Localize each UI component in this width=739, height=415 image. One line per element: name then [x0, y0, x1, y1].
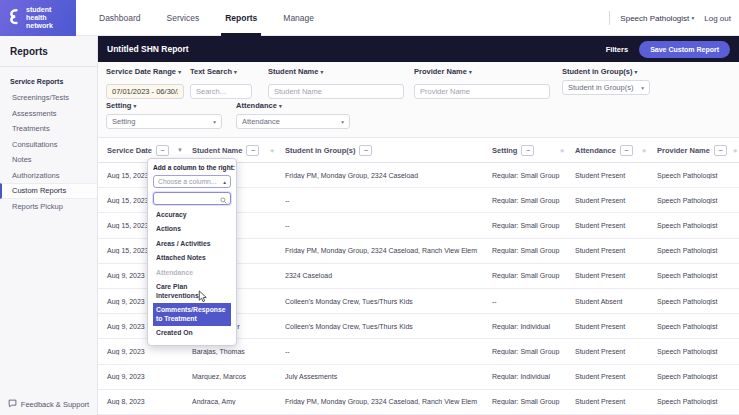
filter-label: Student Name ▾: [268, 67, 404, 76]
chevron-down-icon: ▾: [178, 69, 181, 75]
column-search-input[interactable]: [153, 192, 231, 205]
shn-logo[interactable]: student health network: [0, 0, 76, 36]
provider-name-input[interactable]: [414, 84, 550, 99]
column-option[interactable]: Actions: [153, 222, 231, 236]
cell-attendance: Student Present: [566, 247, 648, 254]
add-column-title: Add a column to the right:: [153, 164, 231, 171]
cell-student-in-groups: 2324 Caseload: [276, 272, 483, 279]
attendance-select[interactable]: Attendance▾: [236, 114, 350, 129]
cell-student-in-groups: July Assesments: [276, 373, 483, 380]
cell-attendance: Student Present: [566, 172, 648, 179]
sort-icon[interactable]: ◆: [642, 147, 646, 153]
sort-icon[interactable]: ◆: [733, 147, 737, 153]
sidebar-section-label: Service Reports: [0, 67, 97, 90]
save-custom-report-button[interactable]: Save Custom Report: [639, 41, 730, 58]
column-filter-icon[interactable]: −: [521, 145, 534, 156]
add-column-dropdown: Add a column to the right: Choose a colu…: [147, 158, 237, 346]
column-filter-icon[interactable]: −: [714, 145, 727, 156]
filter-label: Text Search ▾: [190, 67, 252, 76]
cell-provider-name: Speech Pathologist: [648, 247, 739, 254]
column-header[interactable]: Student in Group(s) −: [276, 138, 483, 162]
column-header[interactable]: Attendance − ◆: [566, 138, 648, 162]
column-header-label: Provider Name: [657, 146, 710, 155]
cell-provider-name: Speech Pathologist: [648, 272, 739, 279]
sort-icon[interactable]: ◆: [560, 147, 564, 153]
cell-setting: --: [483, 298, 566, 305]
column-option[interactable]: Comments/Response to Treatment: [153, 303, 231, 326]
column-header[interactable]: Provider Name − ◆: [648, 138, 739, 162]
table-row: Aug 9, 2023 Marquez, Marcos July Assesme…: [98, 365, 739, 390]
sidebar-item-label: Custom Reports: [12, 186, 66, 195]
sidebar-item[interactable]: Custom Reports: [0, 183, 97, 199]
column-filter-icon[interactable]: −: [246, 145, 259, 156]
main-nav: Dashboard Services Reports Manage: [86, 0, 327, 36]
nav-item[interactable]: Services: [154, 0, 213, 36]
column-option[interactable]: Attendance: [153, 266, 231, 280]
column-option-label: Accuracy: [156, 211, 187, 218]
column-header[interactable]: Setting − ◆: [483, 138, 566, 162]
cell-student-name: Barajas, Thomas: [183, 348, 276, 355]
cell-attendance: Student Present: [566, 272, 648, 279]
cell-student-in-groups: Colleen's Monday Crew, Tues/Thurs Kids: [276, 298, 483, 305]
column-option-label: Created On: [156, 329, 193, 336]
column-option[interactable]: Attached Notes: [153, 251, 231, 265]
sidebar-item[interactable]: Treatments: [0, 121, 97, 137]
cell-setting: Regular: Small Group: [483, 172, 566, 179]
column-option-label: Attached Notes: [156, 254, 206, 261]
sidebar-item[interactable]: Reports Pickup: [0, 199, 97, 215]
sidebar-item[interactable]: Consultations: [0, 137, 97, 153]
filter-attendance: Attendance ▾ Attendance▾: [236, 101, 350, 129]
nav-item[interactable]: Manage: [270, 0, 327, 36]
sort-icon[interactable]: ◆: [270, 147, 274, 153]
report-title-bar: Untitled SHN Report Filters Save Custom …: [98, 36, 739, 62]
sidebar-item[interactable]: Assessments: [0, 106, 97, 122]
top-bar: student health network Dashboard Service…: [0, 0, 739, 36]
text-search-input[interactable]: [190, 84, 252, 99]
column-header-label: Student in Group(s): [285, 146, 355, 155]
cell-student-in-groups: Friday PM, Monday Group, 2324 Caseload, …: [276, 398, 483, 405]
student-in-groups-select[interactable]: Student in Group(s)▾: [562, 80, 650, 95]
cell-attendance: Student Present: [566, 222, 648, 229]
sidebar-item[interactable]: Screenings/Tests: [0, 90, 97, 106]
column-options-list: Accuracy Actions Areas / Activities Atta…: [153, 208, 231, 341]
sidebar-item[interactable]: Notes: [0, 152, 97, 168]
chevron-down-icon: ▾: [469, 69, 472, 75]
feedback-support-button[interactable]: Feedback & Support: [0, 393, 97, 415]
column-option-label: Areas / Activities: [156, 240, 211, 247]
column-header-label: Service Date: [107, 146, 152, 155]
column-option[interactable]: Areas / Activities: [153, 237, 231, 251]
filters-toggle[interactable]: Filters: [606, 45, 629, 54]
cell-provider-name: Speech Pathologist: [648, 298, 739, 305]
setting-select[interactable]: Setting▾: [106, 114, 222, 129]
cell-student-name: Andraca, Amy: [183, 398, 276, 405]
column-filter-icon[interactable]: −: [359, 145, 372, 156]
choose-column-select[interactable]: Choose a column... ▴: [153, 175, 231, 188]
cell-provider-name: Speech Pathologist: [648, 197, 739, 204]
chevron-down-icon: ▾: [641, 85, 644, 91]
sidebar-item-label: Reports Pickup: [12, 202, 63, 211]
column-filter-icon[interactable]: −: [620, 145, 633, 156]
student-name-input[interactable]: [268, 84, 404, 99]
column-option[interactable]: Created On: [153, 326, 231, 340]
filter-label: Service Date Range ▾: [106, 67, 184, 76]
column-option[interactable]: Care Plan Interventions: [153, 280, 231, 303]
mouse-cursor: [198, 289, 208, 307]
cell-attendance: Student Present: [566, 323, 648, 330]
filter-label: Attendance ▾: [236, 101, 350, 110]
logout-link[interactable]: Log out: [704, 14, 731, 23]
service-date-range-input[interactable]: [106, 84, 184, 99]
chat-bubble-icon: [8, 399, 17, 410]
cell-provider-name: Speech Pathologist: [648, 222, 739, 229]
nav-item[interactable]: Dashboard: [86, 0, 154, 36]
sidebar-item[interactable]: Authorizations: [0, 168, 97, 184]
cell-attendance: Student Present: [566, 197, 648, 204]
column-filter-icon[interactable]: −: [156, 145, 169, 156]
user-menu-dropdown[interactable]: Speech Pathologist ▾: [620, 14, 694, 23]
feedback-support-label: Feedback & Support: [21, 400, 89, 409]
nav-item[interactable]: Reports: [212, 0, 270, 36]
divider: [609, 11, 610, 25]
column-option-label: Actions: [156, 225, 181, 232]
column-option[interactable]: Accuracy: [153, 208, 231, 222]
column-header-label: Setting: [492, 146, 517, 155]
chevron-down-icon: ▾: [213, 119, 216, 125]
